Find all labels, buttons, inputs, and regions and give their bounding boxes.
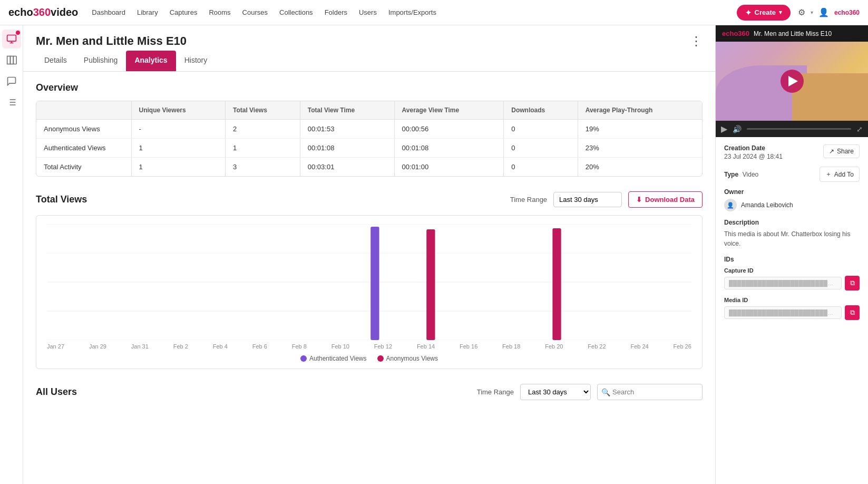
all-users-controls: Time Range Last 30 days 🔍 bbox=[477, 384, 703, 400]
legend-dot-anonymous bbox=[377, 355, 384, 362]
type-value: Video bbox=[743, 171, 758, 178]
owner-label: Owner bbox=[724, 188, 860, 196]
col-label-header bbox=[36, 101, 131, 120]
nav-library[interactable]: Library bbox=[133, 8, 162, 16]
logo-360: 360 bbox=[33, 6, 51, 18]
play-button-circle[interactable] bbox=[781, 70, 804, 93]
tab-publishing[interactable]: Publishing bbox=[75, 51, 126, 71]
search-input[interactable] bbox=[597, 384, 703, 400]
sidebar-icon-list[interactable] bbox=[2, 93, 21, 112]
table-row: Anonymous Views - 2 00:01:53 00:00:56 0 … bbox=[36, 120, 702, 139]
overview-title: Overview bbox=[36, 82, 703, 93]
plus-icon: ＋ bbox=[825, 170, 832, 179]
svg-rect-1 bbox=[7, 56, 10, 64]
left-sidebar bbox=[0, 25, 23, 484]
share-button[interactable]: ↗ Share bbox=[823, 144, 860, 158]
legend-dot-authenticated bbox=[300, 355, 307, 362]
volume-icon[interactable]: 🔊 bbox=[733, 125, 742, 133]
all-users-time-range-select[interactable]: Last 30 days bbox=[520, 384, 591, 400]
expand-icon[interactable]: ⤢ bbox=[856, 125, 863, 133]
col-unique-viewers: Unique Viewers bbox=[131, 101, 225, 120]
row-unique-viewers: 1 bbox=[131, 158, 225, 177]
sidebar-icon-comments[interactable] bbox=[2, 72, 21, 91]
row-total-views: 2 bbox=[225, 120, 300, 139]
nav-folders[interactable]: Folders bbox=[320, 8, 352, 16]
video-title-bar: echo360 Mr. Men and Little Miss E10 bbox=[716, 25, 868, 42]
sidebar-icon-library[interactable] bbox=[2, 51, 21, 70]
nav-courses[interactable]: Courses bbox=[238, 8, 272, 16]
col-avg-play-through: Average Play-Through bbox=[578, 101, 702, 120]
overview-card: Unique Viewers Total Views Total View Ti… bbox=[36, 101, 703, 177]
legend-label-anonymous: Anonymous Views bbox=[386, 355, 438, 362]
media-id-row: ████████████████████████████ ⧉ bbox=[724, 305, 860, 320]
logo-video: video bbox=[51, 6, 78, 18]
section-header: Total Views Time Range Last 30 days ⬇ Do… bbox=[36, 191, 703, 208]
creation-date-value: 23 Jul 2024 @ 18:41 bbox=[724, 153, 783, 160]
panel-content: Creation Date 23 Jul 2024 @ 18:41 ↗ Shar… bbox=[716, 137, 868, 334]
owner-avatar: 👤 bbox=[724, 199, 737, 211]
sidebar-icon-media[interactable] bbox=[2, 30, 21, 49]
media-id-label: Media ID bbox=[724, 297, 860, 303]
creation-date-label: Creation Date bbox=[724, 144, 783, 152]
share-label: Share bbox=[837, 148, 854, 155]
logo[interactable]: echo 360 video bbox=[8, 6, 78, 18]
row-label: Anonymous Views bbox=[36, 120, 131, 139]
download-icon: ⬇ bbox=[636, 196, 642, 204]
user-icon[interactable]: 👤 bbox=[818, 7, 829, 17]
legend-label-authenticated: Authenticated Views bbox=[309, 355, 367, 362]
all-users-section: All Users Time Range Last 30 days 🔍 bbox=[36, 384, 703, 400]
create-icon: ✦ bbox=[745, 8, 752, 17]
nav-users[interactable]: Users bbox=[355, 8, 381, 16]
table-row: Total Activity 1 3 00:03:01 00:01:00 0 2… bbox=[36, 158, 702, 177]
row-unique-viewers: - bbox=[131, 120, 225, 139]
nav-dashboard[interactable]: Dashboard bbox=[87, 8, 130, 16]
row-total-views: 1 bbox=[225, 139, 300, 158]
echo360-label: echo360 bbox=[834, 9, 860, 16]
col-downloads: Downloads bbox=[504, 101, 578, 120]
row-total-view-time: 00:01:53 bbox=[300, 120, 394, 139]
download-data-button[interactable]: ⬇ Download Data bbox=[628, 191, 703, 208]
chart-svg bbox=[47, 224, 691, 340]
media-id-value: ████████████████████████████ bbox=[724, 306, 842, 319]
chart-legend: Authenticated Views Anonymous Views bbox=[47, 355, 691, 362]
x-label: Feb 18 bbox=[502, 343, 520, 350]
nav-imports-exports[interactable]: Imports/Exports bbox=[384, 8, 441, 16]
video-controls-bar: ▶ 🔊 ⤢ bbox=[716, 121, 868, 137]
description-text: This media is about Mr. Chatterbox losin… bbox=[724, 229, 860, 248]
settings-icon[interactable]: ⚙ bbox=[798, 7, 805, 17]
nav-rooms[interactable]: Rooms bbox=[204, 8, 235, 16]
tab-details[interactable]: Details bbox=[36, 51, 75, 71]
x-label: Feb 10 bbox=[331, 343, 349, 350]
person-icon: 👤 bbox=[727, 202, 734, 209]
play-pause-icon[interactable]: ▶ bbox=[721, 124, 727, 134]
topnav: echo 360 video Dashboard Library Capture… bbox=[0, 0, 868, 25]
row-unique-viewers: 1 bbox=[131, 139, 225, 158]
time-range-select[interactable]: Last 30 days bbox=[553, 192, 622, 207]
tab-history[interactable]: History bbox=[176, 51, 216, 71]
video-progress-bar[interactable] bbox=[747, 128, 851, 130]
copy-capture-id-button[interactable]: ⧉ bbox=[845, 276, 860, 291]
right-panel: echo360 Mr. Men and Little Miss E10 ▶ 🔊 … bbox=[715, 25, 868, 484]
add-to-button[interactable]: ＋ Add To bbox=[820, 167, 860, 182]
x-label: Feb 4 bbox=[213, 343, 228, 350]
nav-collections[interactable]: Collections bbox=[275, 8, 317, 16]
tab-analytics[interactable]: Analytics bbox=[126, 51, 175, 71]
legend-authenticated: Authenticated Views bbox=[300, 355, 367, 362]
svg-rect-3 bbox=[13, 56, 16, 64]
x-label: Feb 20 bbox=[545, 343, 563, 350]
nav-captures[interactable]: Captures bbox=[165, 8, 202, 16]
legend-anonymous: Anonymous Views bbox=[377, 355, 438, 362]
row-avg-play-through: 23% bbox=[578, 139, 702, 158]
create-button[interactable]: ✦ Create ▾ bbox=[737, 5, 791, 21]
x-label: Feb 8 bbox=[292, 343, 307, 350]
total-views-title: Total Views bbox=[36, 194, 87, 205]
time-range-label: Time Range bbox=[510, 196, 547, 204]
more-options-button[interactable]: ⋮ bbox=[690, 34, 703, 49]
svg-rect-15 bbox=[370, 227, 379, 340]
copy-media-id-button[interactable]: ⧉ bbox=[845, 305, 860, 320]
search-icon: 🔍 bbox=[601, 388, 610, 396]
row-label: Total Activity bbox=[36, 158, 131, 177]
creation-date-group: Creation Date 23 Jul 2024 @ 18:41 bbox=[724, 144, 783, 160]
row-avg-view-time: 00:01:08 bbox=[394, 139, 504, 158]
time-range-controls: Time Range Last 30 days ⬇ Download Data bbox=[510, 191, 703, 208]
